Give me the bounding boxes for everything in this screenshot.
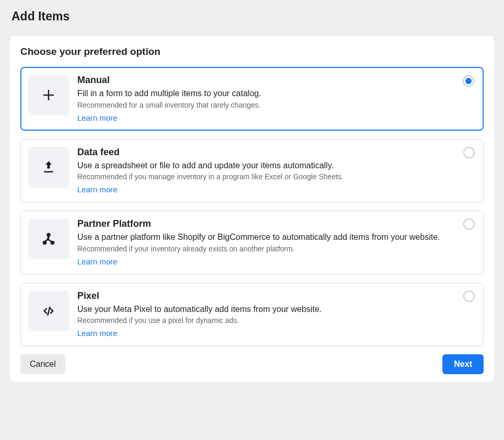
option-title: Partner Platform xyxy=(77,218,454,229)
options-card: Choose your preferred option Manual Fill… xyxy=(9,35,495,383)
option-description: Fill in a form to add multiple items to … xyxy=(77,88,454,99)
option-recommendation: Recommended for a small inventory that r… xyxy=(77,101,454,109)
option-pixel[interactable]: Pixel Use your Meta Pixel to automatical… xyxy=(20,283,484,346)
option-description: Use a spreadsheet or file to add and upd… xyxy=(77,160,454,171)
option-data-feed[interactable]: Data feed Use a spreadsheet or file to a… xyxy=(20,139,484,203)
option-title: Manual xyxy=(77,75,454,86)
learn-more-link[interactable]: Learn more xyxy=(77,257,118,266)
section-title: Choose your preferred option xyxy=(20,46,484,57)
option-description: Use your Meta Pixel to automatically add… xyxy=(77,304,454,315)
next-button[interactable]: Next xyxy=(442,354,484,374)
learn-more-link[interactable]: Learn more xyxy=(77,329,118,338)
footer-actions: Cancel Next xyxy=(20,354,484,374)
radio-button[interactable] xyxy=(463,75,474,87)
option-recommendation: Recommended if you manage inventory in a… xyxy=(77,172,454,181)
page-title: Add Items xyxy=(11,9,495,24)
radio-button[interactable] xyxy=(463,147,475,158)
option-recommendation: Recommended if your inventory already ex… xyxy=(77,245,454,253)
code-icon xyxy=(28,291,69,331)
option-description: Use a partner platform like Shopify or B… xyxy=(77,231,454,243)
option-manual[interactable]: Manual Fill in a form to add multiple it… xyxy=(20,67,484,131)
option-recommendation: Recommended if you use a pixel for dynam… xyxy=(77,316,454,325)
upload-icon xyxy=(28,147,69,188)
learn-more-link[interactable]: Learn more xyxy=(77,113,118,122)
learn-more-link[interactable]: Learn more xyxy=(77,185,118,194)
option-title: Pixel xyxy=(77,291,454,302)
radio-button[interactable] xyxy=(463,291,475,302)
plus-icon xyxy=(28,75,69,115)
cancel-button[interactable]: Cancel xyxy=(20,354,65,374)
option-title: Data feed xyxy=(77,147,454,158)
option-partner-platform[interactable]: Partner Platform Use a partner platform … xyxy=(20,211,484,274)
network-icon xyxy=(28,218,69,259)
